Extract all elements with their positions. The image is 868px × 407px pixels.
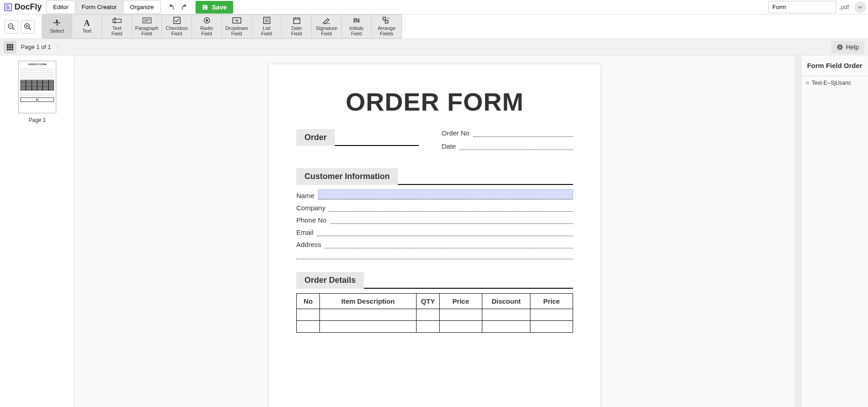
- tool-dropdown-field[interactable]: Dropdown Field: [222, 15, 252, 38]
- tool-text-field[interactable]: Text Field: [102, 15, 132, 38]
- tab-organize[interactable]: Organize: [123, 0, 161, 14]
- tab-form-creator[interactable]: Form Creator: [75, 0, 123, 14]
- tool-paragraph-field[interactable]: Paragraph Field: [132, 15, 162, 38]
- svg-rect-11: [113, 19, 121, 23]
- save-label: Save: [212, 4, 227, 11]
- zoom-group: [0, 15, 39, 39]
- canvas-area[interactable]: ORDER FORM Order Order No Date: [75, 55, 794, 407]
- thumbnails-toggle-button[interactable]: [4, 41, 16, 53]
- order-details-table: No Item Description QTY Price Discount P…: [296, 293, 573, 333]
- svg-text:?: ?: [839, 45, 841, 49]
- name-text-field[interactable]: [318, 189, 573, 199]
- svg-line-8: [29, 28, 31, 30]
- drag-handle-icon: ≡: [806, 80, 809, 86]
- svg-rect-39: [9, 46, 11, 48]
- svg-rect-3: [6, 8, 10, 9]
- panel-title: Form Field Order: [801, 55, 868, 76]
- page-thumbnail[interactable]: ORDER FORM: [18, 61, 56, 113]
- help-button[interactable]: ? Help: [831, 41, 864, 53]
- logo: DocFly: [4, 2, 42, 12]
- main-area: ORDER FORM Page 1 ORDER FORM: [0, 55, 868, 407]
- svg-rect-41: [7, 48, 9, 50]
- tool-initials-field[interactable]: IN Initials Field: [342, 15, 372, 38]
- undo-icon: [167, 3, 175, 11]
- svg-rect-19: [174, 17, 180, 24]
- customer-company-row: Company: [296, 204, 573, 212]
- table-header-price: Price: [440, 294, 482, 309]
- logo-icon: [4, 3, 13, 12]
- svg-rect-36: [9, 44, 11, 46]
- tool-signature-field[interactable]: Signature Field: [312, 15, 342, 38]
- document-page[interactable]: ORDER FORM Order Order No Date: [269, 64, 600, 407]
- table-row: [297, 321, 573, 333]
- arrange-icon: [382, 17, 391, 24]
- table-header-item: Item Description: [320, 294, 417, 309]
- logo-text: DocFly: [15, 2, 42, 12]
- svg-rect-27: [294, 18, 300, 24]
- customer-phone-row: Phone No: [296, 216, 573, 224]
- file-extension: .pdf: [836, 1, 852, 13]
- redo-icon: [181, 3, 189, 11]
- customer-email-row: Email: [296, 228, 573, 236]
- customer-name-row: Name: [296, 189, 573, 199]
- page-counter: Page 1 of 1: [21, 44, 58, 50]
- thumbnail-label: Page 1: [29, 117, 46, 123]
- zoom-out-icon: [7, 23, 15, 31]
- table-header-total: Price: [530, 294, 573, 309]
- tool-date-field[interactable]: Date Field: [282, 15, 312, 38]
- tool-checkbox-field[interactable]: Checkbox Field: [162, 15, 192, 38]
- tool-select[interactable]: Select: [42, 15, 72, 38]
- tool-arrange-fields[interactable]: Arrange Fields: [372, 15, 402, 38]
- table-header-no: No: [297, 294, 320, 309]
- svg-rect-40: [11, 46, 13, 48]
- svg-point-21: [206, 19, 208, 22]
- help-icon: ?: [837, 44, 843, 50]
- save-button[interactable]: Save: [196, 1, 233, 14]
- svg-rect-32: [383, 17, 386, 20]
- svg-rect-38: [7, 46, 9, 48]
- zoom-in-button[interactable]: [21, 20, 34, 34]
- svg-rect-22: [233, 18, 241, 23]
- section-order-details: Order Details: [296, 272, 573, 289]
- form-field-order-panel: Form Field Order ≡ Text-E--SjUsanc: [801, 55, 868, 407]
- list-icon: [262, 17, 271, 24]
- table-header-qty: QTY: [417, 294, 440, 309]
- customer-address-row-2: [296, 253, 573, 259]
- file-dropdown-button[interactable]: [854, 1, 866, 13]
- tool-radio-field[interactable]: Radio Field: [192, 15, 222, 38]
- checkbox-icon: [172, 17, 181, 24]
- filename-input[interactable]: [768, 1, 836, 13]
- svg-rect-1: [6, 5, 9, 6]
- section-order: Order: [296, 129, 423, 146]
- svg-rect-42: [9, 48, 11, 50]
- move-icon: [53, 19, 62, 27]
- zoom-in-icon: [24, 23, 32, 31]
- field-order-item[interactable]: ≡ Text-E--SjUsanc: [801, 76, 868, 90]
- chevron-down-icon: [858, 5, 863, 10]
- tool-list-field[interactable]: List Field: [252, 15, 282, 38]
- zoom-out-button[interactable]: [5, 20, 18, 34]
- initials-icon: IN: [352, 17, 361, 24]
- date-row: Date: [441, 142, 573, 150]
- undo-button[interactable]: [166, 2, 177, 13]
- paragraph-field-icon: [142, 17, 152, 24]
- signature-icon: [322, 17, 331, 24]
- svg-rect-2: [6, 7, 10, 8]
- table-row: [297, 309, 573, 321]
- tab-editor[interactable]: Editor: [46, 0, 75, 14]
- radio-icon: [202, 17, 211, 24]
- svg-rect-33: [385, 20, 388, 23]
- tool-text[interactable]: A Text: [72, 15, 102, 38]
- svg-rect-37: [11, 44, 13, 46]
- order-no-row: Order No: [441, 129, 573, 137]
- save-icon: [202, 4, 208, 10]
- history-controls: [166, 2, 190, 13]
- svg-line-5: [12, 28, 15, 30]
- text-field-icon: [113, 17, 122, 24]
- toolbar: Select A Text Text Field Paragraph Field…: [0, 15, 868, 39]
- scrollbar[interactable]: [794, 55, 801, 407]
- table-header-discount: Discount: [482, 294, 530, 309]
- redo-button[interactable]: [179, 2, 190, 13]
- page-bar: Page 1 of 1 ? Help: [0, 39, 868, 55]
- customer-address-row: Address: [296, 241, 573, 248]
